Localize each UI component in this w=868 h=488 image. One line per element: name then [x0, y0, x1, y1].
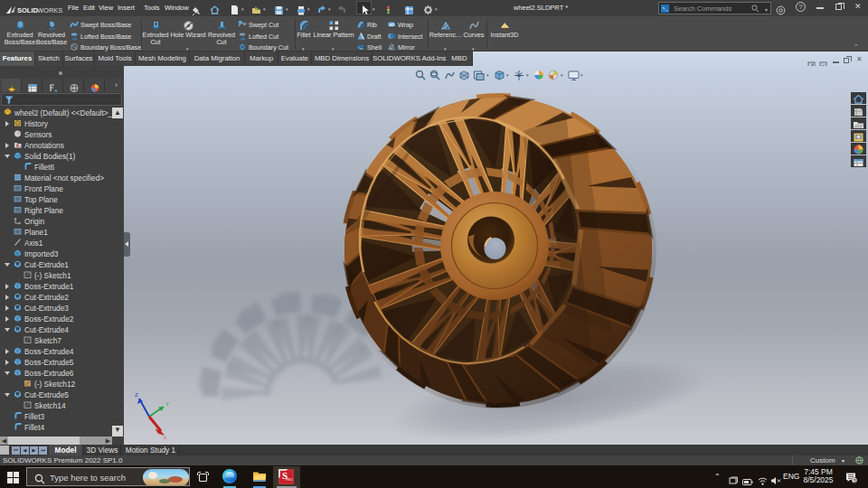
svg-text:ab: ab: [390, 22, 395, 27]
svg-text:WORKS: WORKS: [37, 6, 62, 14]
svg-text:SOLID: SOLID: [17, 6, 39, 14]
svg-text:A: A: [16, 143, 20, 148]
svg-text:Z: Z: [135, 392, 138, 398]
svg-text:x: x: [164, 435, 166, 440]
svg-text:Y: Y: [165, 401, 169, 407]
